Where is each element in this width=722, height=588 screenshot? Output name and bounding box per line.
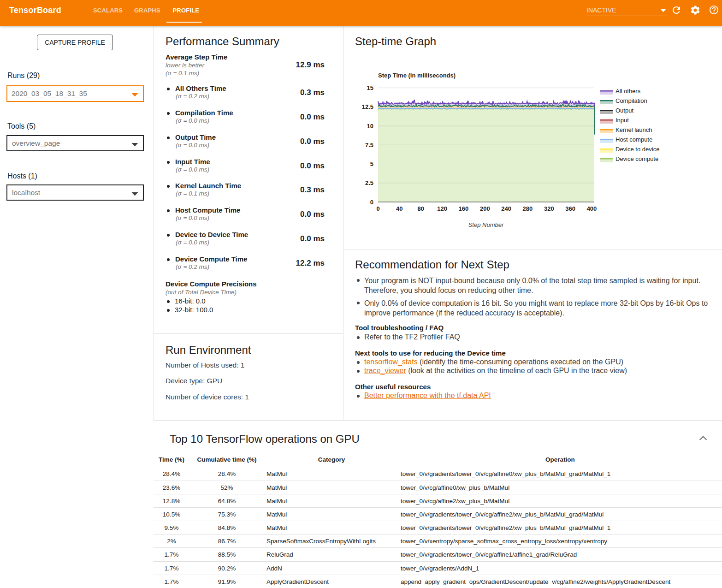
svg-text:Output: Output	[615, 107, 633, 114]
svg-text:160: 160	[459, 205, 469, 212]
svg-text:200: 200	[480, 205, 490, 212]
svg-text:Compilation: Compilation	[615, 97, 647, 104]
svg-text:400: 400	[587, 205, 597, 212]
svg-text:Kernel launch: Kernel launch	[615, 126, 652, 133]
svg-text:80: 80	[417, 205, 424, 212]
svg-text:240: 240	[501, 205, 511, 212]
svg-text:Step Time (in milliseconds): Step Time (in milliseconds)	[378, 72, 456, 79]
svg-text:120: 120	[437, 205, 447, 212]
svg-text:Step Number: Step Number	[468, 221, 504, 228]
svg-text:15: 15	[367, 84, 373, 91]
svg-text:10: 10	[367, 123, 373, 130]
svg-text:Host compute: Host compute	[615, 136, 652, 143]
svg-text:0: 0	[376, 205, 379, 212]
svg-text:12.5: 12.5	[362, 103, 373, 110]
svg-text:Device to device: Device to device	[615, 146, 659, 153]
svg-text:All others: All others	[615, 88, 641, 95]
svg-text:Input: Input	[615, 117, 629, 124]
svg-text:280: 280	[523, 205, 533, 212]
svg-text:40: 40	[396, 205, 402, 212]
svg-text:5: 5	[370, 160, 373, 167]
svg-text:360: 360	[565, 205, 575, 212]
svg-text:Device compute: Device compute	[615, 155, 658, 162]
svg-text:2.5: 2.5	[365, 179, 373, 186]
svg-text:7.5: 7.5	[365, 142, 373, 148]
svg-text:0: 0	[370, 199, 373, 206]
svg-text:320: 320	[544, 205, 554, 212]
